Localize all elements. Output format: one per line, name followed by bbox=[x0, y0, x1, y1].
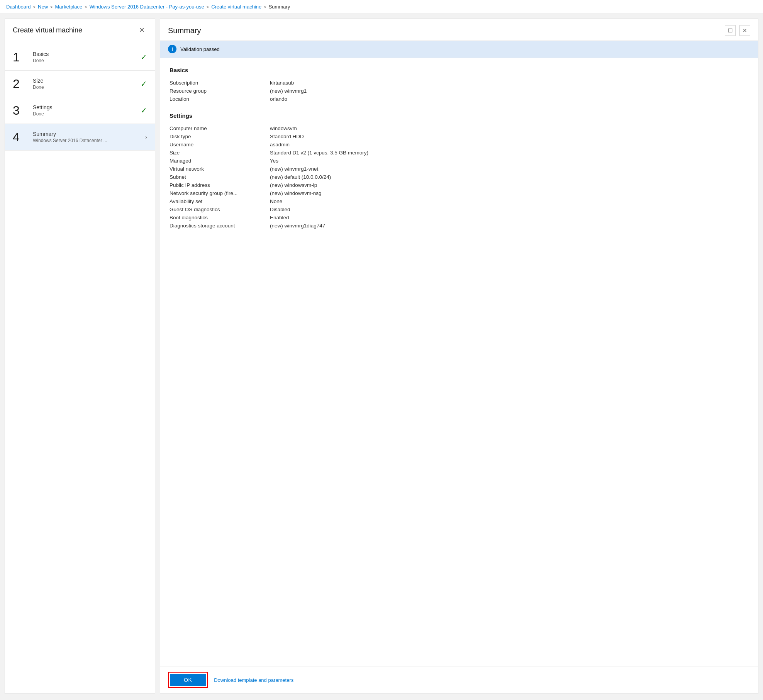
breadcrumb-current: Summary bbox=[269, 4, 290, 10]
step-3-info: Settings Done bbox=[33, 104, 137, 117]
row-value: Standard HDD bbox=[270, 132, 749, 141]
breadcrumb-marketplace[interactable]: Marketplace bbox=[55, 4, 83, 10]
breadcrumb-product[interactable]: Windows Server 2016 Datacenter - Pay-as-… bbox=[90, 4, 204, 10]
wizard-step-3[interactable]: 3 Settings Done ✓ bbox=[5, 97, 155, 124]
right-panel: Summary ☐ ✕ i Validation passed Basics S… bbox=[160, 19, 758, 694]
info-icon: i bbox=[168, 45, 176, 53]
row-value: Yes bbox=[270, 157, 749, 165]
breadcrumb-create-vm[interactable]: Create virtual machine bbox=[211, 4, 261, 10]
table-row: Disk typeStandard HDD bbox=[170, 132, 749, 141]
row-label: Size bbox=[170, 149, 270, 157]
step-1-status: Done bbox=[33, 58, 137, 63]
table-row: Subscriptionkirtanasub bbox=[170, 79, 749, 87]
table-row: Diagnostics storage account(new) winvmrg… bbox=[170, 222, 749, 230]
right-panel-header: Summary ☐ ✕ bbox=[160, 19, 758, 41]
table-row: Guest OS diagnosticsDisabled bbox=[170, 205, 749, 214]
row-label: Managed bbox=[170, 157, 270, 165]
row-value: (new) default (10.0.0.0/24) bbox=[270, 173, 749, 181]
ok-button[interactable]: OK bbox=[170, 674, 206, 686]
step-4-number: 4 bbox=[13, 131, 28, 143]
validation-banner: i Validation passed bbox=[160, 41, 758, 58]
main-content: Create virtual machine ✕ 1 Basics Done ✓… bbox=[0, 14, 763, 698]
breadcrumb-sep-3: > bbox=[85, 5, 87, 9]
row-label: Subscription bbox=[170, 79, 270, 87]
wizard-step-4[interactable]: 4 Summary Windows Server 2016 Datacenter… bbox=[5, 124, 155, 151]
row-label: Diagnostics storage account bbox=[170, 222, 270, 230]
basics-table: SubscriptionkirtanasubResource group(new… bbox=[170, 79, 749, 103]
validation-text: Validation passed bbox=[180, 46, 220, 52]
row-value: windowsvm bbox=[270, 124, 749, 132]
breadcrumb-sep-2: > bbox=[50, 5, 53, 9]
table-row: Public IP address(new) windowsvm-ip bbox=[170, 181, 749, 189]
row-label: Public IP address bbox=[170, 181, 270, 189]
row-label: Resource group bbox=[170, 87, 270, 95]
table-row: Boot diagnosticsEnabled bbox=[170, 214, 749, 222]
row-value: (new) winvmrg1-vnet bbox=[270, 165, 749, 173]
wizard-step-2[interactable]: 2 Size Done ✓ bbox=[5, 71, 155, 97]
table-row: Network security group (fire...(new) win… bbox=[170, 189, 749, 197]
row-label: Boot diagnostics bbox=[170, 214, 270, 222]
step-4-chevron-icon: › bbox=[145, 134, 147, 140]
table-row: Usernameasadmin bbox=[170, 141, 749, 149]
table-row: Availability setNone bbox=[170, 197, 749, 205]
row-value: Disabled bbox=[270, 205, 749, 214]
breadcrumb-sep-4: > bbox=[207, 5, 209, 9]
breadcrumb-sep-5: > bbox=[264, 5, 266, 9]
row-label: Computer name bbox=[170, 124, 270, 132]
row-label: Network security group (fire... bbox=[170, 189, 270, 197]
breadcrumb-new[interactable]: New bbox=[38, 4, 48, 10]
left-panel-title: Create virtual machine bbox=[13, 26, 82, 34]
row-label: Location bbox=[170, 95, 270, 103]
row-value: Standard D1 v2 (1 vcpus, 3.5 GB memory) bbox=[270, 149, 749, 157]
row-label: Virtual network bbox=[170, 165, 270, 173]
table-row: SizeStandard D1 v2 (1 vcpus, 3.5 GB memo… bbox=[170, 149, 749, 157]
wizard-step-1[interactable]: 1 Basics Done ✓ bbox=[5, 44, 155, 71]
row-label: Subnet bbox=[170, 173, 270, 181]
right-panel-footer: OK Download template and parameters bbox=[160, 666, 758, 693]
step-3-checkmark-icon: ✓ bbox=[141, 106, 147, 115]
right-panel-close-button[interactable]: ✕ bbox=[739, 25, 750, 36]
step-2-number: 2 bbox=[13, 78, 28, 90]
basics-section-title: Basics bbox=[170, 67, 749, 73]
wizard-steps: 1 Basics Done ✓ 2 Size Done ✓ 3 bbox=[5, 40, 155, 693]
right-panel-title: Summary bbox=[168, 26, 201, 35]
step-3-name: Settings bbox=[33, 104, 137, 110]
table-row: Subnet(new) default (10.0.0.0/24) bbox=[170, 173, 749, 181]
row-value: None bbox=[270, 197, 749, 205]
settings-table: Computer namewindowsvmDisk typeStandard … bbox=[170, 124, 749, 230]
step-1-info: Basics Done bbox=[33, 51, 137, 63]
row-value: (new) winvmrg1 bbox=[270, 87, 749, 95]
step-2-name: Size bbox=[33, 78, 137, 84]
row-value: asadmin bbox=[270, 141, 749, 149]
left-panel-header: Create virtual machine ✕ bbox=[5, 19, 155, 40]
settings-section-title: Settings bbox=[170, 112, 749, 119]
row-value: (new) windowsvm-nsg bbox=[270, 189, 749, 197]
restore-button[interactable]: ☐ bbox=[725, 25, 736, 36]
step-3-number: 3 bbox=[13, 104, 28, 117]
breadcrumb-dashboard[interactable]: Dashboard bbox=[6, 4, 31, 10]
step-4-info: Summary Windows Server 2016 Datacenter .… bbox=[33, 131, 142, 143]
right-panel-controls: ☐ ✕ bbox=[725, 25, 750, 36]
ok-button-wrapper: OK bbox=[168, 672, 208, 688]
step-4-name: Summary bbox=[33, 131, 142, 137]
table-row: Virtual network(new) winvmrg1-vnet bbox=[170, 165, 749, 173]
row-label: Guest OS diagnostics bbox=[170, 205, 270, 214]
left-panel-close-button[interactable]: ✕ bbox=[137, 25, 147, 35]
left-panel: Create virtual machine ✕ 1 Basics Done ✓… bbox=[5, 19, 155, 694]
row-label: Username bbox=[170, 141, 270, 149]
row-value: Enabled bbox=[270, 214, 749, 222]
breadcrumb: Dashboard > New > Marketplace > Windows … bbox=[0, 0, 763, 14]
row-value: (new) windowsvm-ip bbox=[270, 181, 749, 189]
row-label: Disk type bbox=[170, 132, 270, 141]
row-value: (new) winvmrg1diag747 bbox=[270, 222, 749, 230]
download-template-link[interactable]: Download template and parameters bbox=[214, 677, 293, 683]
step-2-status: Done bbox=[33, 85, 137, 90]
row-value: kirtanasub bbox=[270, 79, 749, 87]
step-1-checkmark-icon: ✓ bbox=[141, 53, 147, 62]
step-2-info: Size Done bbox=[33, 78, 137, 90]
table-row: ManagedYes bbox=[170, 157, 749, 165]
step-4-subtitle: Windows Server 2016 Datacenter ... bbox=[33, 138, 142, 143]
step-1-number: 1 bbox=[13, 51, 28, 63]
table-row: Locationorlando bbox=[170, 95, 749, 103]
summary-content: Basics SubscriptionkirtanasubResource gr… bbox=[160, 58, 758, 666]
